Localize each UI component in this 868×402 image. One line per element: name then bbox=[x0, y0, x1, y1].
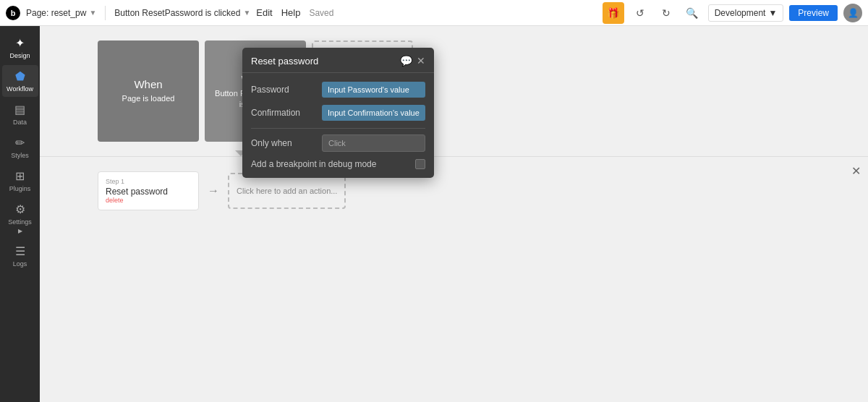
sidebar-item-workflow-label: Workflow bbox=[7, 85, 33, 93]
step-title: Reset password bbox=[106, 187, 191, 197]
card-title-1: Page is loaded bbox=[122, 93, 175, 103]
topbar-actions: Edit Help Saved bbox=[256, 7, 333, 18]
sidebar-item-styles[interactable]: ✏ Styles bbox=[2, 132, 38, 163]
topbar: b Page: reset_pw ▼ Button ResetPassword … bbox=[0, 0, 868, 26]
reset-password-modal: Reset password 💬 ✕ Password Input Passwo… bbox=[242, 48, 434, 178]
sidebar-item-data-label: Data bbox=[13, 119, 27, 126]
redo-icon[interactable]: ↻ bbox=[656, 3, 676, 23]
password-value[interactable]: Input Password's value bbox=[322, 82, 425, 98]
page-chevron-icon: ▼ bbox=[89, 9, 96, 17]
arrow-right-icon: → bbox=[205, 184, 222, 197]
sidebar-item-logs[interactable]: ☰ Logs bbox=[2, 240, 38, 272]
preview-button[interactable]: Preview bbox=[789, 5, 838, 21]
logo: b bbox=[6, 6, 20, 20]
sidebar-item-settings-label: Settings bbox=[8, 218, 32, 226]
settings-arrow-icon: ▶ bbox=[18, 228, 22, 234]
sidebar-item-design[interactable]: ✦ Design bbox=[2, 32, 38, 64]
help-button[interactable]: Help bbox=[281, 7, 301, 18]
modal-breakpoint-row: Add a breakpoint in debug mode bbox=[251, 159, 425, 169]
logs-icon: ☰ bbox=[15, 244, 25, 258]
add-action-button[interactable]: Click here to add an action... bbox=[228, 173, 346, 209]
design-icon: ✦ bbox=[15, 36, 25, 50]
workflow-icon: ⬟ bbox=[15, 69, 25, 83]
avatar[interactable]: 👤 bbox=[843, 4, 862, 22]
action-card-step1[interactable]: Step 1 Reset password delete bbox=[98, 171, 199, 210]
close-workflow-button[interactable]: ✕ bbox=[851, 164, 861, 178]
event-label[interactable]: Button ResetPassword is clicked ▼ bbox=[114, 8, 250, 18]
page-label[interactable]: Page: reset_pw ▼ bbox=[26, 8, 96, 18]
password-label: Password bbox=[251, 85, 316, 95]
sidebar-item-styles-label: Styles bbox=[11, 152, 29, 159]
card-when-1: When bbox=[134, 78, 162, 90]
sidebar-item-logs-label: Logs bbox=[13, 260, 27, 268]
only-when-input[interactable]: Click bbox=[322, 134, 425, 152]
settings-icon: ⚙ bbox=[15, 202, 25, 216]
dev-chevron-icon: ▼ bbox=[768, 8, 777, 18]
topbar-right: 🎁 ↺ ↻ 🔍 Development ▼ Preview 👤 bbox=[603, 2, 862, 24]
workflow-bottom: Step 1 Reset password delete → Click her… bbox=[40, 157, 868, 225]
modal-close-icon[interactable]: ✕ bbox=[417, 55, 425, 67]
modal-row-password: Password Input Password's value bbox=[251, 82, 425, 98]
confirmation-label: Confirmation bbox=[251, 108, 316, 118]
sidebar: ✦ Design ⬟ Workflow ▤ Data ✏ Styles ⊞ Pl… bbox=[0, 26, 40, 402]
confirmation-value[interactable]: Input Confirmation's value bbox=[322, 105, 425, 121]
step-delete-button[interactable]: delete bbox=[106, 197, 191, 204]
modal-title: Reset password bbox=[251, 56, 318, 67]
sidebar-item-settings[interactable]: ⚙ Settings ▶ bbox=[2, 198, 38, 239]
topbar-separator bbox=[105, 6, 106, 20]
modal-divider bbox=[251, 128, 425, 129]
breakpoint-checkbox[interactable] bbox=[415, 159, 425, 169]
plugins-icon: ⊞ bbox=[15, 169, 25, 183]
modal-only-when-row: Only when Click bbox=[251, 134, 425, 152]
modal-body: Password Input Password's value Confirma… bbox=[242, 73, 434, 178]
edit-button[interactable]: Edit bbox=[256, 7, 272, 18]
only-when-label: Only when bbox=[251, 138, 316, 148]
dev-environment-selector[interactable]: Development ▼ bbox=[708, 4, 784, 22]
modal-row-confirmation: Confirmation Input Confirmation's value bbox=[251, 105, 425, 121]
workflow-top: When Page is loaded When Button ResetPas… bbox=[40, 26, 868, 142]
styles-icon: ✏ bbox=[15, 136, 25, 150]
add-action-label: Click here to add an action... bbox=[237, 187, 337, 195]
event-chevron-icon: ▼ bbox=[243, 9, 250, 17]
sidebar-item-plugins[interactable]: ⊞ Plugins bbox=[2, 165, 38, 197]
sidebar-item-data[interactable]: ▤ Data bbox=[2, 98, 38, 130]
search-icon[interactable]: 🔍 bbox=[682, 3, 702, 23]
modal-header-icons: 💬 ✕ bbox=[400, 55, 425, 67]
breakpoint-label: Add a breakpoint in debug mode bbox=[251, 159, 409, 169]
workflow-card-page-loaded[interactable]: When Page is loaded bbox=[98, 40, 199, 142]
undo-icon[interactable]: ↺ bbox=[630, 3, 650, 23]
gift-icon[interactable]: 🎁 bbox=[603, 2, 624, 24]
main-layout: ✦ Design ⬟ Workflow ▤ Data ✏ Styles ⊞ Pl… bbox=[0, 26, 868, 402]
step-label: Step 1 bbox=[106, 178, 191, 185]
comment-icon[interactable]: 💬 bbox=[400, 55, 412, 67]
modal-header: Reset password 💬 ✕ bbox=[242, 48, 434, 73]
sidebar-item-design-label: Design bbox=[9, 52, 30, 59]
saved-status: Saved bbox=[309, 8, 333, 18]
sidebar-item-workflow[interactable]: ⬟ Workflow bbox=[2, 65, 38, 97]
canvas-area: When Page is loaded When Button ResetPas… bbox=[40, 26, 868, 402]
data-icon: ▤ bbox=[14, 103, 25, 116]
sidebar-item-plugins-label: Plugins bbox=[9, 185, 31, 192]
